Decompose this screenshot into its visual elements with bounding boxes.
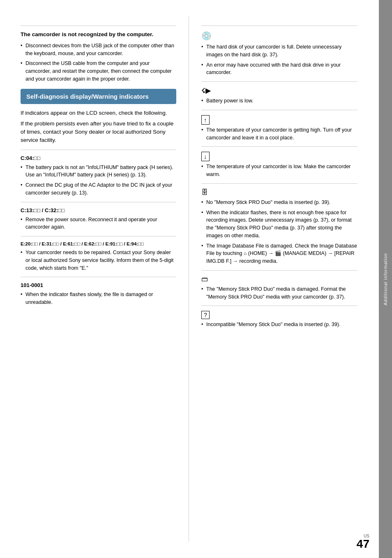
divider-c04: [21, 150, 176, 150]
ms-bullet-2: When the indicator flashes, there is not…: [201, 209, 357, 240]
side-tab-label: Additional information: [383, 253, 388, 306]
section1-bullet-1: Disconnect devices from the USB jack of …: [21, 42, 176, 58]
memory-stick-damaged-bullets: The "Memory Stick PRO Duo" media is dama…: [201, 285, 357, 301]
indicator-101-bullets: When the indicator flashes slowly, the f…: [21, 291, 176, 306]
divider-temp-high: [201, 110, 357, 110]
incompatible-icon: ?: [201, 311, 210, 319]
divider-memory-stick-damaged: [201, 270, 357, 271]
indicator-e20-label: E:20:□□ / E:31:□□ / E:61:□□ / E:62:□□ / …: [21, 241, 176, 246]
divider-c13: [21, 202, 176, 202]
divider-101: [21, 277, 176, 277]
disk-bullet-1: The hard disk of your camcorder is full.…: [201, 43, 357, 59]
temp-low-indicator-section: ↓ The temperature of your camcorder is l…: [201, 152, 357, 178]
home-icon: ⌂: [244, 250, 247, 256]
intro-text-2: If the problem persists even after you h…: [21, 120, 176, 145]
divider-battery: [201, 81, 357, 82]
memory-stick-icon: 🗄: [201, 189, 357, 196]
temp-high-icon: ↑: [201, 115, 210, 125]
divider-temp-low: [201, 146, 357, 147]
indicator-c04-label: C:04:□□: [21, 155, 176, 161]
memory-stick-damaged-indicator-section: 🗃 The "Memory Stick PRO Duo" media is da…: [201, 276, 357, 301]
right-column: 💿 The hard disk of your camcorder is ful…: [189, 16, 378, 542]
c13-bullet-1: Remove the power source. Reconnect it an…: [21, 216, 176, 232]
top-divider-left: [21, 25, 176, 26]
section1-bullets: Disconnect devices from the USB jack of …: [21, 42, 176, 83]
disk-indicator-section: 💿 The hard disk of your camcorder is ful…: [201, 31, 357, 76]
ms-bullet-1: No "Memory Stick PRO Duo" media is inser…: [201, 199, 357, 206]
indicator-c04-bullets: The battery pack is not an "InfoLITHIUM"…: [21, 164, 176, 197]
page-number-area: US 47: [357, 534, 369, 550]
incompatible-indicator-section: ? Incompatible "Memory Stick Duo" media …: [201, 311, 357, 329]
left-column: The camcorder is not recognized by the c…: [0, 16, 189, 542]
intro-text-1: If indicators appear on the LCD screen, …: [21, 109, 176, 117]
battery-indicator-section: ☇▶ Battery power is low.: [201, 87, 357, 105]
battery-bullets: Battery power is low.: [201, 97, 357, 105]
memory-stick-indicator-section: 🗄 No "Memory Stick PRO Duo" media is ins…: [201, 189, 357, 265]
self-diagnosis-heading: Self-diagnosis display/Warning indicator…: [21, 89, 176, 104]
temp-low-bullet-1: The temperature of your camcorder is low…: [201, 163, 357, 178]
temp-high-bullets: The temperature of your camcorder is get…: [201, 126, 357, 142]
temp-low-icon: ↓: [201, 152, 210, 161]
divider-incompatible: [201, 306, 357, 306]
memory-stick-damaged-icon: 🗃: [201, 276, 357, 283]
ms-damaged-bullet-1: The "Memory Stick PRO Duo" media is dama…: [201, 285, 357, 301]
battery-low-icon: ☇▶: [201, 87, 357, 95]
indicator-e20-bullets: Your camcorder needs to be repaired. Con…: [21, 249, 176, 272]
incompatible-bullets: Incompatible "Memory Stick Duo" media is…: [201, 321, 357, 329]
divider-memory-stick: [201, 183, 357, 184]
top-divider-right: [201, 25, 357, 26]
temp-low-bullets: The temperature of your camcorder is low…: [201, 163, 357, 178]
page-number: 47: [357, 538, 369, 550]
section1-title: The camcorder is not recognized by the c…: [21, 31, 176, 39]
indicator-c13-bullets: Remove the power source. Reconnect it an…: [21, 216, 176, 232]
temp-high-indicator-section: ↑ The temperature of your camcorder is g…: [201, 115, 357, 142]
indicator-c13-label: C:13:□□ / C:32:□□: [21, 207, 176, 213]
memory-stick-bullets: No "Memory Stick PRO Duo" media is inser…: [201, 199, 357, 265]
section1-bullet-2: Disconnect the USB cable from the comput…: [21, 60, 176, 83]
disk-bullets: The hard disk of your camcorder is full.…: [201, 43, 357, 76]
temp-high-bullet-1: The temperature of your camcorder is get…: [201, 126, 357, 142]
incompatible-bullet-1: Incompatible "Memory Stick Duo" media is…: [201, 321, 357, 329]
e20-bullet-1: Your camcorder needs to be repaired. Con…: [21, 249, 176, 272]
media-icon: 🎬: [275, 250, 281, 256]
disk-bullet-2: An error may have occurred with the hard…: [201, 61, 357, 77]
disk-icon: 💿: [201, 31, 357, 41]
indicator-101-label: 101-0001: [21, 282, 176, 288]
c04-bullet-2: Connect the DC plug of the AC Adaptor to…: [21, 181, 176, 197]
side-tab: Additional information: [379, 0, 392, 558]
101-bullet-1: When the indicator flashes slowly, the f…: [21, 291, 176, 306]
c04-bullet-1: The battery pack is not an "InfoLITHIUM"…: [21, 164, 176, 179]
battery-bullet-1: Battery power is low.: [201, 97, 357, 105]
ms-bullet-3: The Image Database File is damaged. Chec…: [201, 242, 357, 265]
divider-e20: [21, 236, 176, 236]
